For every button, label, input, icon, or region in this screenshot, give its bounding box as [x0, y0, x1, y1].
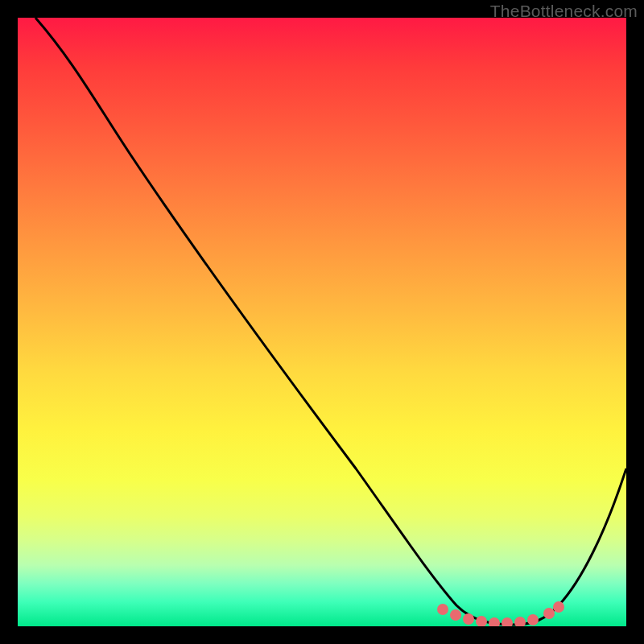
svg-point-4 — [489, 617, 500, 626]
outer-frame: TheBottleneck.com — [0, 0, 644, 644]
svg-point-7 — [527, 614, 539, 625]
svg-point-8 — [543, 608, 555, 619]
svg-point-6 — [514, 617, 526, 626]
curve-line — [35, 18, 626, 625]
svg-point-2 — [463, 613, 474, 625]
svg-point-3 — [476, 616, 487, 626]
svg-point-0 — [437, 604, 448, 615]
plot-area — [18, 18, 626, 626]
svg-point-1 — [450, 609, 461, 621]
svg-point-9 — [553, 601, 564, 613]
watermark-text: TheBottleneck.com — [490, 2, 638, 21]
chart-svg — [18, 18, 626, 626]
svg-point-5 — [502, 617, 513, 626]
